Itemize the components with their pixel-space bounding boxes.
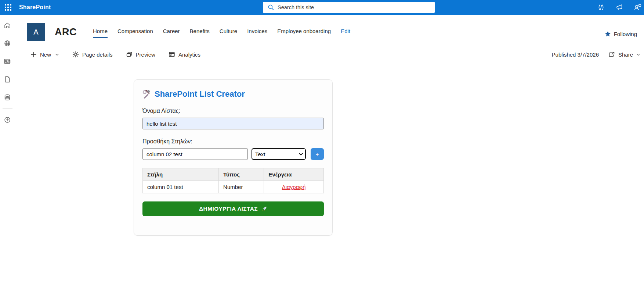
nav-item-benefits[interactable]: Benefits bbox=[190, 28, 210, 38]
chevron-down-icon bbox=[55, 53, 59, 57]
account-settings-icon[interactable] bbox=[633, 3, 643, 12]
column-type-cell: Number bbox=[219, 181, 264, 193]
column-name-input[interactable] bbox=[142, 148, 248, 160]
table-header-row: Στήλη Τύπος Ενέργεια bbox=[143, 168, 324, 181]
document-icon[interactable] bbox=[4, 76, 11, 83]
code-icon[interactable] bbox=[596, 3, 606, 12]
news-icon[interactable] bbox=[4, 58, 11, 65]
rail-divider bbox=[3, 108, 12, 109]
new-button[interactable]: New bbox=[30, 51, 59, 58]
star-icon bbox=[605, 31, 611, 37]
home-icon[interactable] bbox=[4, 22, 11, 29]
rocket-emoji-icon bbox=[261, 206, 267, 212]
app-launcher-button[interactable] bbox=[0, 0, 16, 15]
nav-item-edit[interactable]: Edit bbox=[341, 28, 350, 38]
suite-bar: SharePoint bbox=[0, 0, 644, 15]
column-type-select-wrap: Text bbox=[252, 148, 306, 160]
preview-icon bbox=[126, 51, 133, 58]
list-creator-card: SharePoint List Creator Όνομα Λίστας: Πρ… bbox=[134, 79, 333, 236]
left-navigation-rail bbox=[0, 15, 15, 293]
tools-emoji-icon bbox=[142, 90, 151, 99]
database-icon[interactable] bbox=[4, 94, 11, 101]
add-column-row: Text + bbox=[142, 148, 324, 160]
site-logo[interactable]: A bbox=[27, 23, 45, 41]
action-header: Ενέργεια bbox=[264, 168, 324, 181]
add-circle-icon[interactable] bbox=[4, 116, 11, 124]
site-search[interactable] bbox=[263, 2, 435, 13]
following-label: Following bbox=[614, 31, 637, 37]
megaphone-icon[interactable] bbox=[615, 3, 624, 12]
nav-item-career[interactable]: Career bbox=[163, 28, 180, 38]
search-input[interactable] bbox=[278, 4, 435, 10]
analytics-button[interactable]: Analytics bbox=[169, 51, 200, 58]
column-type-select[interactable]: Text bbox=[252, 148, 306, 160]
columns-table: Στήλη Τύπος Ενέργεια column 01 test Numb… bbox=[142, 168, 324, 193]
share-icon bbox=[608, 51, 615, 58]
column-action-cell: Διαγραφή bbox=[264, 181, 324, 193]
gear-icon bbox=[72, 51, 79, 58]
plus-icon bbox=[30, 51, 37, 58]
site-title: ARC bbox=[55, 26, 77, 38]
published-status: Published 3/7/2026 bbox=[552, 51, 599, 58]
type-header: Τύπος bbox=[219, 168, 264, 181]
table-row: column 01 test Number Διαγραφή bbox=[143, 181, 324, 193]
waffle-icon bbox=[5, 4, 11, 11]
nav-item-employee-onboarding[interactable]: Employee onboarding bbox=[277, 28, 331, 38]
card-title: SharePoint List Creator bbox=[142, 89, 324, 99]
share-button[interactable]: Share bbox=[608, 51, 640, 58]
suite-bar-actions bbox=[596, 0, 644, 15]
preview-button[interactable]: Preview bbox=[126, 51, 155, 58]
command-bar-right: Published 3/7/2026 Share bbox=[552, 51, 640, 58]
page-details-button[interactable]: Page details bbox=[72, 51, 113, 58]
column-name-cell: column 01 test bbox=[143, 181, 219, 193]
add-columns-label: Προσθήκη Στηλών: bbox=[142, 138, 324, 145]
site-navigation: Home Compensation Career Benefits Cultur… bbox=[93, 26, 350, 38]
nav-item-home[interactable]: Home bbox=[93, 28, 108, 38]
add-column-button[interactable]: + bbox=[311, 148, 324, 160]
sharepoint-wordmark[interactable]: SharePoint bbox=[19, 4, 51, 11]
globe-icon[interactable] bbox=[4, 40, 11, 47]
nav-item-compensation[interactable]: Compensation bbox=[117, 28, 153, 38]
delete-link[interactable]: Διαγραφή bbox=[282, 184, 306, 190]
nav-item-culture[interactable]: Culture bbox=[220, 28, 237, 38]
following-button[interactable]: Following bbox=[605, 31, 637, 37]
site-header: A ARC Home Compensation Career Benefits … bbox=[15, 15, 644, 41]
chevron-down-icon bbox=[636, 53, 640, 57]
search-icon bbox=[268, 4, 274, 10]
command-bar: New Page details bbox=[15, 44, 644, 65]
create-list-button[interactable]: ΔΗΜΙΟΥΡΓΙΑ ΛΙΣΤΑΣ bbox=[142, 201, 324, 216]
nav-item-invoices[interactable]: Invoices bbox=[247, 28, 267, 38]
list-name-input[interactable] bbox=[142, 118, 324, 129]
analytics-icon bbox=[169, 51, 175, 58]
column-header: Στήλη bbox=[143, 168, 219, 181]
list-name-label: Όνομα Λίστας: bbox=[142, 108, 324, 114]
